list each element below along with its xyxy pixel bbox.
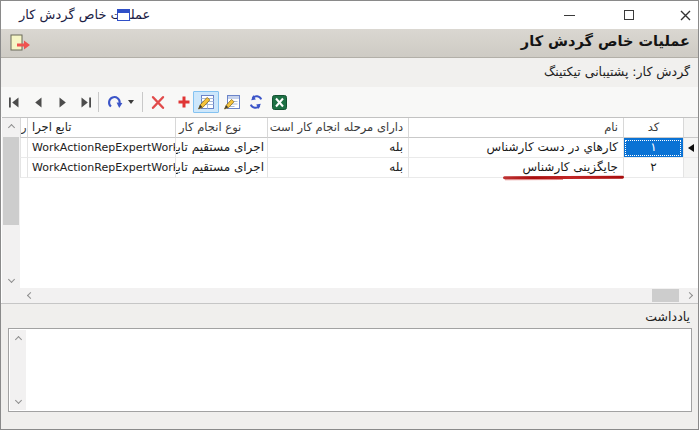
- add-icon: [177, 95, 191, 109]
- chevron-right-icon: [685, 292, 692, 299]
- app-icon: [117, 9, 130, 21]
- edit-grid-icon: [197, 94, 215, 110]
- previous-record-button[interactable]: [27, 91, 50, 113]
- scroll-down-button[interactable]: [2, 273, 20, 288]
- refresh-button[interactable]: [243, 91, 268, 113]
- window-title: عملیات خاص گردش کار: [19, 7, 150, 22]
- chevron-down-icon: [7, 275, 14, 282]
- delete-icon: [150, 95, 166, 110]
- toolbar-separator: [142, 92, 143, 112]
- close-button[interactable]: [668, 1, 699, 29]
- grid-header-row: کد نام دارای مرحله انجام کار است نوع انج…: [20, 118, 698, 138]
- export-excel-button[interactable]: [267, 91, 292, 113]
- form-header: عملیات خاص گردش کار: [1, 29, 698, 58]
- minimize-icon: [564, 15, 575, 16]
- row-selector-cell[interactable]: [683, 138, 698, 158]
- column-header-name[interactable]: نام: [408, 118, 623, 138]
- workflow-bar: گردش کار: پشتیبانی تیکتینگ: [1, 58, 698, 87]
- first-record-button[interactable]: [3, 91, 26, 113]
- chevron-up-icon: [14, 336, 21, 343]
- last-record-button[interactable]: [74, 91, 97, 113]
- chevron-down-icon: [14, 397, 21, 404]
- chevron-left-icon: [26, 292, 33, 299]
- column-header-exec-type[interactable]: نوع انجام کار: [175, 118, 267, 138]
- add-record-button[interactable]: [172, 91, 195, 113]
- note-label: یادداشت: [645, 309, 690, 324]
- cell-code[interactable]: ۱: [623, 138, 683, 158]
- cell-exec-function[interactable]: WorkActionRepExpertWorks: [27, 138, 175, 158]
- scroll-left-button[interactable]: [20, 288, 37, 303]
- horizontal-scrollbar-thumb[interactable]: [652, 289, 679, 302]
- chevron-down-icon: [128, 100, 134, 104]
- next-record-icon: [55, 96, 70, 109]
- edit-grid-button[interactable]: [193, 91, 219, 113]
- cell-exec-type[interactable]: اجرای مستقیم تابع: [175, 158, 267, 178]
- cell-exec-function[interactable]: WorkActionRepExpertWorks: [27, 158, 175, 178]
- cell-has-stage[interactable]: بله: [267, 138, 408, 158]
- exit-button[interactable]: [10, 34, 34, 53]
- edit-form-icon: [223, 94, 241, 110]
- refresh-icon: [248, 94, 264, 110]
- excel-icon: [272, 95, 287, 110]
- grid-vertical-scrollbar[interactable]: [2, 118, 20, 288]
- cell-has-stage[interactable]: بله: [267, 158, 408, 178]
- grid-horizontal-scrollbar[interactable]: [2, 288, 699, 303]
- minimize-button[interactable]: [552, 1, 586, 29]
- redo-icon: [107, 95, 124, 110]
- exit-icon: [10, 34, 34, 53]
- previous-record-icon: [31, 96, 46, 109]
- column-header-has-stage[interactable]: دارای مرحله انجام کار است: [267, 118, 408, 138]
- cell-clipped[interactable]: [20, 138, 27, 158]
- workflow-operations-grid: کد نام دارای مرحله انجام کار است نوع انج…: [20, 118, 698, 288]
- column-header-code[interactable]: کد: [623, 118, 683, 138]
- maximize-icon: [624, 10, 634, 20]
- maximize-button[interactable]: [612, 1, 646, 29]
- redo-dropdown-button[interactable]: [102, 91, 138, 113]
- note-scrollbar[interactable]: [10, 330, 26, 410]
- scroll-right-button[interactable]: [682, 288, 699, 303]
- toolbar: [1, 87, 698, 117]
- last-record-icon: [78, 96, 93, 109]
- row-selector-cell[interactable]: [683, 158, 698, 178]
- vertical-scrollbar-thumb[interactable]: [3, 137, 19, 225]
- cell-exec-type[interactable]: اجرای مستقیم تابع: [175, 138, 267, 158]
- title-bar: عملیات خاص گردش کار: [1, 1, 698, 29]
- first-record-icon: [7, 96, 22, 109]
- cell-code[interactable]: ۲: [623, 158, 683, 178]
- app-window: عملیات خاص گردش کار عملیات خاص گردش کار …: [0, 0, 699, 430]
- cell-name[interactable]: کارهاي در دست کارشناس: [408, 138, 623, 158]
- column-header-clipped[interactable]: ر: [20, 118, 27, 138]
- column-header-row-selector[interactable]: [683, 118, 698, 138]
- chevron-up-icon: [7, 123, 14, 130]
- table-row[interactable]: ۱ کارهاي در دست کارشناس بله اجرای مستقیم…: [20, 138, 698, 158]
- column-header-exec-function[interactable]: تابع اجرا: [27, 118, 175, 138]
- page-title: عملیات خاص گردش کار: [521, 33, 690, 49]
- next-record-button[interactable]: [51, 91, 74, 113]
- edit-form-button[interactable]: [219, 91, 244, 113]
- delete-record-button[interactable]: [146, 91, 169, 113]
- close-icon: [679, 9, 692, 22]
- workflow-label: گردش کار: پشتیبانی تیکتینگ: [544, 64, 690, 79]
- note-text[interactable]: [29, 331, 687, 409]
- note-section: یادداشت: [1, 303, 698, 429]
- toolbar-separator: [98, 92, 99, 112]
- scroll-up-button[interactable]: [2, 118, 20, 133]
- note-field[interactable]: [8, 328, 692, 412]
- current-row-marker-icon: [688, 144, 694, 152]
- cell-clipped[interactable]: [20, 158, 27, 178]
